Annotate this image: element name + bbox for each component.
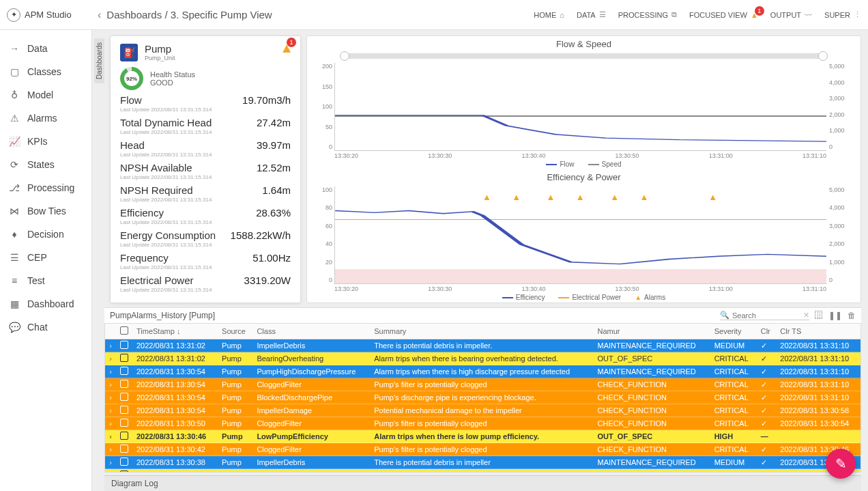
sidebar-icon: ⟳ bbox=[8, 159, 20, 170]
row-checkbox[interactable] bbox=[120, 341, 128, 349]
expand-icon[interactable]: › bbox=[105, 339, 116, 352]
edit-fab[interactable]: ✎ bbox=[826, 449, 856, 479]
row-checkbox[interactable] bbox=[120, 432, 128, 440]
table-row[interactable]: › 2022/08/31 13:30:54PumpCloggedFilterPu… bbox=[105, 378, 860, 391]
health-donut: 92% bbox=[120, 67, 143, 90]
health-value: GOOD bbox=[150, 79, 195, 87]
stat-row: NPSH Available12.52mLast Update 2022/08/… bbox=[120, 162, 291, 180]
topnav: HOME⌂DATA☰PROCESSING⧉FOCUSED VIEW▲1OUTPU… bbox=[534, 10, 861, 19]
column-header[interactable]: Class bbox=[252, 324, 370, 339]
list-icon: ☰ bbox=[599, 10, 606, 19]
breadcrumb-page[interactable]: 3. Specific Pump View bbox=[171, 9, 272, 20]
legend-item[interactable]: Efficiency bbox=[502, 294, 545, 301]
legend-item[interactable]: ▲Alarms bbox=[635, 294, 665, 301]
expand-icon[interactable]: › bbox=[105, 404, 116, 417]
row-checkbox[interactable] bbox=[120, 471, 128, 473]
row-checkbox[interactable] bbox=[120, 393, 128, 401]
sidebar-icon: ▢ bbox=[8, 66, 20, 77]
alarm-marker-icon: ▲ bbox=[576, 192, 585, 202]
pause-icon[interactable]: ❚❚ bbox=[828, 311, 842, 320]
column-header[interactable]: Source bbox=[218, 324, 252, 339]
sidebar-icon: ♁ bbox=[8, 89, 20, 100]
sidebar-item-model[interactable]: ♁Model bbox=[0, 83, 91, 107]
sidebar-item-classes[interactable]: ▢Classes bbox=[0, 60, 91, 83]
table-row[interactable]: › 2022/08/31 13:31:02PumpImpellerDebrisT… bbox=[105, 339, 860, 352]
search-input[interactable] bbox=[732, 311, 800, 320]
sidebar-item-processing[interactable]: ⎇Processing bbox=[0, 176, 91, 199]
table-row[interactable]: › 2022/08/31 13:30:54PumpPumpHighDischar… bbox=[105, 365, 860, 378]
table-row[interactable]: › 2022/08/31 13:30:42PumpCloggedFilterPu… bbox=[105, 443, 860, 456]
row-checkbox[interactable] bbox=[120, 445, 128, 453]
clear-icon[interactable]: ✕ bbox=[803, 311, 809, 320]
row-checkbox[interactable] bbox=[120, 419, 128, 427]
sidebar-item-cep[interactable]: ☰CEP bbox=[0, 246, 91, 269]
legend-item[interactable]: Flow bbox=[546, 160, 574, 168]
plot1[interactable]: 200150100500 5,0004,0003,0002,0001,0000 bbox=[334, 63, 826, 151]
column-header[interactable]: TimeStamp ↓ bbox=[132, 324, 218, 339]
sidebar-item-kpis[interactable]: 📈KPIs bbox=[0, 130, 91, 153]
table-row[interactable]: › 2022/08/31 13:30:38PumpImpellerDebrisT… bbox=[105, 456, 860, 469]
sidebar-item-test[interactable]: ≡Test bbox=[0, 269, 91, 292]
sidebar-icon: ▦ bbox=[8, 298, 20, 309]
delete-icon[interactable]: 🗑 bbox=[848, 311, 856, 320]
table-row[interactable]: › 2022/08/31 13:30:50PumpCloggedFilterPu… bbox=[105, 417, 860, 430]
table-row[interactable]: › 2022/08/31 13:30:54PumpBlockedDischarg… bbox=[105, 391, 860, 404]
expand-icon[interactable]: › bbox=[105, 417, 116, 430]
column-header[interactable] bbox=[116, 324, 132, 339]
table-row[interactable]: › 2022/08/31 13:30:46PumpLowPumpEfficien… bbox=[105, 430, 860, 443]
row-checkbox[interactable] bbox=[120, 406, 128, 414]
warning-icon[interactable]: ▲1 bbox=[280, 40, 293, 56]
topnav-data[interactable]: DATA☰ bbox=[577, 10, 606, 19]
sidebar: →Data▢Classes♁Model⚠Alarms📈KPIs⟳States⎇P… bbox=[0, 30, 92, 491]
column-header[interactable]: Clr bbox=[757, 324, 777, 339]
table-row[interactable]: › 2022/08/31 13:31:02PumpBearingOverheat… bbox=[105, 352, 860, 365]
sidebar-item-dashboard[interactable]: ▦Dashboard bbox=[0, 292, 91, 315]
legend-item[interactable]: Electrical Power bbox=[558, 294, 621, 301]
sidebar-item-states[interactable]: ⟳States bbox=[0, 153, 91, 176]
row-checkbox[interactable] bbox=[120, 380, 128, 388]
topnav-focused-view[interactable]: FOCUSED VIEW▲1 bbox=[689, 11, 758, 19]
dashboards-tab-vertical[interactable]: Dashboards bbox=[94, 38, 104, 83]
expand-icon[interactable]: › bbox=[105, 469, 116, 473]
diagram-log-tab[interactable]: Diagram Log bbox=[104, 475, 861, 491]
columns-icon[interactable]: ⿲ bbox=[815, 311, 823, 320]
expand-icon[interactable]: › bbox=[105, 456, 116, 469]
column-header[interactable]: Namur bbox=[594, 324, 710, 339]
expand-icon[interactable]: › bbox=[105, 391, 116, 404]
column-header[interactable] bbox=[105, 324, 116, 339]
row-checkbox[interactable] bbox=[120, 458, 128, 466]
legend-item[interactable]: Speed bbox=[588, 160, 622, 168]
table-row[interactable]: › 2022/08/31 13:30:34PumpLowPumpEfficien… bbox=[105, 469, 860, 473]
search-box[interactable]: 🔍 ✕ bbox=[720, 311, 809, 320]
topnav-processing[interactable]: PROCESSING⧉ bbox=[618, 10, 677, 19]
expand-icon[interactable]: › bbox=[105, 378, 116, 391]
chevron-left-icon[interactable]: ‹ bbox=[98, 9, 101, 21]
topnav-super[interactable]: SUPER⋮ bbox=[824, 10, 861, 19]
topnav-output[interactable]: OUTPUT〰 bbox=[770, 11, 812, 19]
alarm-table[interactable]: TimeStamp ↓SourceClassSummaryNamurSeveri… bbox=[104, 323, 861, 473]
slider-handle-left[interactable] bbox=[340, 51, 349, 61]
sidebar-item-alarms[interactable]: ⚠Alarms bbox=[0, 107, 91, 130]
expand-icon[interactable]: › bbox=[105, 443, 116, 456]
column-header[interactable]: Clr TS bbox=[776, 324, 860, 339]
select-all-checkbox[interactable] bbox=[120, 326, 128, 335]
expand-icon[interactable]: › bbox=[105, 430, 116, 443]
breadcrumb-root[interactable]: Dashboards bbox=[106, 9, 162, 20]
brand[interactable]: ✦ APM Studio bbox=[7, 8, 92, 22]
expand-icon[interactable]: › bbox=[105, 352, 116, 365]
sidebar-item-data[interactable]: →Data bbox=[0, 37, 91, 60]
time-range-slider[interactable] bbox=[341, 53, 826, 59]
sidebar-item-bow-ties[interactable]: ⋈Bow Ties bbox=[0, 199, 91, 223]
topnav-home[interactable]: HOME⌂ bbox=[534, 11, 564, 19]
row-checkbox[interactable] bbox=[120, 354, 128, 362]
alarm-marker-icon: ▲ bbox=[639, 192, 648, 202]
slider-handle-right[interactable] bbox=[818, 51, 828, 61]
table-row[interactable]: › 2022/08/31 13:30:54PumpImpellerDamageP… bbox=[105, 404, 860, 417]
row-checkbox[interactable] bbox=[120, 367, 128, 375]
sidebar-item-chat[interactable]: 💬Chat bbox=[0, 315, 91, 339]
plot2[interactable]: 100806040200 5,0004,0003,0002,0001,0000 … bbox=[334, 186, 826, 284]
column-header[interactable]: Severity bbox=[710, 324, 757, 339]
expand-icon[interactable]: › bbox=[105, 365, 116, 378]
column-header[interactable]: Summary bbox=[370, 324, 593, 339]
sidebar-item-decision[interactable]: ♦Decision bbox=[0, 223, 91, 246]
